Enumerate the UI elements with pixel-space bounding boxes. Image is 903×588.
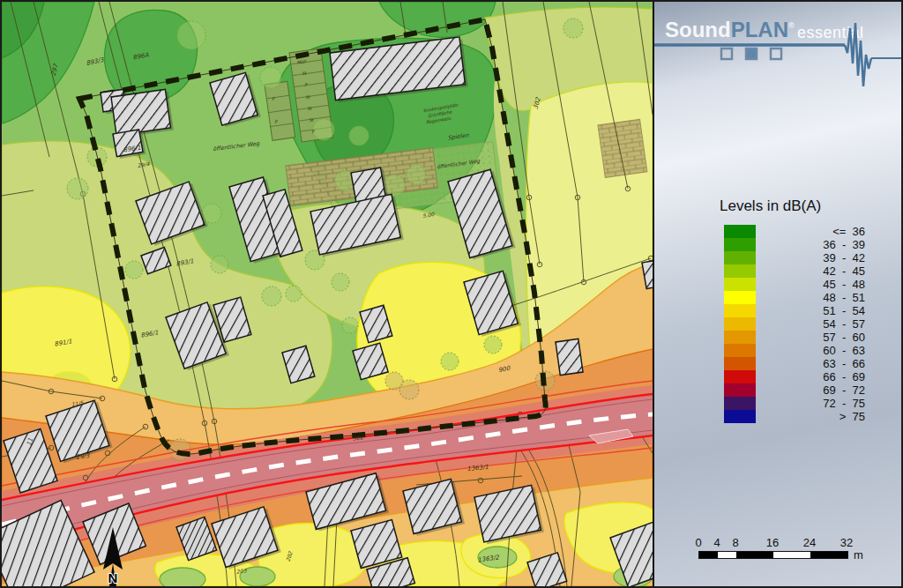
legend-row: 69 - 72 [724, 383, 865, 397]
legend-title: Levels in dB(A) [720, 197, 901, 215]
legend-swatch [724, 251, 756, 264]
legend-row: <= 36 [724, 225, 865, 238]
legend-swatch [724, 291, 756, 304]
logo-square-3-icon [771, 48, 781, 59]
legend-row: 36 - 39 [724, 238, 865, 251]
legend-range-label: 66 - 69 [756, 370, 865, 383]
legend-row: 39 - 42 [724, 251, 865, 264]
legend-swatch [724, 225, 756, 238]
legend-range-label: 42 - 45 [756, 264, 865, 278]
legend-swatch [724, 410, 756, 423]
north-label: N [108, 570, 118, 585]
legend-swatch [724, 331, 756, 344]
legend-range-label: 36 - 39 [756, 238, 865, 251]
legend-range-label: 63 - 66 [756, 357, 865, 370]
noise-level-legend: Levels in dB(A) <= 3636 - 3939 - 4242 - … [654, 197, 901, 424]
scale-bar: 048162432 m [698, 536, 875, 571]
legend-row: 45 - 48 [724, 278, 865, 291]
scale-bar-ticks: 048162432 [698, 536, 875, 548]
scale-tick-label: 0 [695, 536, 701, 549]
legend-range-label: 57 - 60 [756, 331, 865, 344]
scale-tick-label: 8 [732, 536, 738, 549]
legend-row: 57 - 60 [724, 331, 865, 344]
scale-segment [810, 552, 847, 558]
noise-map-svg: 297893/3896A896/129/4öffentlicher WegKin… [2, 2, 653, 586]
scale-segment [736, 552, 773, 558]
legend-row: 60 - 63 [724, 344, 865, 357]
legend-swatch [724, 304, 756, 317]
legend-swatch [724, 357, 756, 370]
legend-range-label: 45 - 48 [756, 278, 865, 291]
legend-range-label: <= 36 [756, 225, 865, 238]
svg-text:SoundPLAN®: SoundPLAN® [665, 18, 795, 41]
legend-range-label: 51 - 54 [756, 304, 865, 317]
legend-swatch [724, 344, 756, 357]
legend-row: 48 - 51 [724, 291, 865, 304]
logo-brand-part2: PLAN [731, 18, 788, 41]
legend-range-label: 39 - 42 [756, 251, 865, 264]
legend-row: 66 - 69 [724, 370, 865, 383]
scale-tick-label: 24 [803, 536, 816, 549]
legend-range-label: 48 - 51 [756, 291, 865, 304]
legend-row: 54 - 57 [724, 317, 865, 331]
scale-tick-label: 4 [713, 536, 720, 549]
legend-row: 63 - 66 [724, 357, 865, 370]
legend-swatch [724, 370, 756, 383]
legend-row: > 75 [724, 410, 865, 423]
legend-row: 72 - 75 [724, 397, 865, 410]
scale-tick-label: 32 [840, 536, 853, 549]
legend-swatch [724, 278, 756, 291]
logo-registered-mark: ® [788, 21, 795, 30]
scale-segment [773, 552, 810, 558]
legend-range-label: > 75 [756, 410, 865, 423]
scale-bar-unit: m [854, 548, 863, 562]
logo-square-2-icon [746, 48, 757, 59]
legend-swatch [724, 383, 756, 397]
scale-tick-label: 16 [766, 536, 779, 549]
scale-bar-segments [698, 551, 848, 559]
soundplan-logo: SoundPLAN® essential [654, 2, 901, 99]
legend-range-label: 72 - 75 [756, 397, 865, 410]
logo-brand-part1: Sound [665, 18, 731, 41]
legend-range-label: 54 - 57 [756, 317, 865, 331]
brick-patch [598, 119, 647, 177]
legend-swatch [724, 238, 756, 251]
map-parcel-label: 300 [353, 434, 364, 441]
sidebar-panel: SoundPLAN® essential Levels in dB(A) <= … [654, 2, 901, 586]
noise-map-canvas: 297893/3896A896/129/4öffentlicher WegKin… [2, 2, 654, 586]
scale-segment [699, 552, 718, 558]
soundplan-essential-window: 297893/3896A896/129/4öffentlicher WegKin… [0, 0, 903, 588]
legend-swatch [724, 317, 756, 331]
legend-rows: <= 3636 - 3939 - 4242 - 4545 - 4848 - 51… [723, 224, 866, 424]
legend-swatch [724, 264, 756, 278]
legend-swatch [724, 397, 756, 410]
logo-square-1-icon [721, 48, 732, 59]
legend-range-label: 69 - 72 [756, 383, 865, 397]
legend-row: 51 - 54 [724, 304, 865, 317]
scale-segment [718, 552, 736, 558]
legend-range-label: 60 - 63 [756, 344, 865, 357]
legend-row: 42 - 45 [724, 264, 865, 278]
